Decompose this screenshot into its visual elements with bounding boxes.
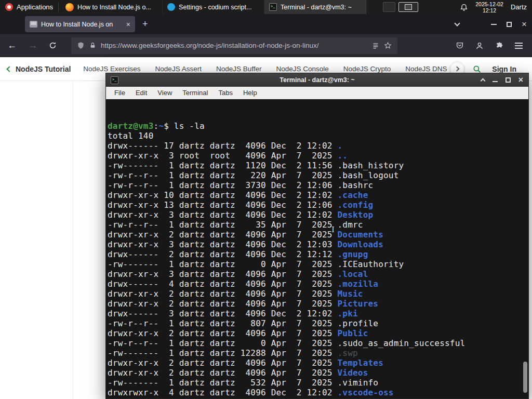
terminal-titlebar[interactable]: Terminal - dartz@vm3: ~ ×	[106, 73, 528, 87]
ls-row: drwxr-xr-x 2 dartz dartz 4096 Apr 7 2025…	[108, 289, 521, 299]
ls-row: drwxr-xr-x 3 dartz dartz 4096 Dec 2 12:0…	[108, 210, 521, 220]
window-controls: ×	[455, 14, 527, 34]
tab-title: How to Install Node.js on	[41, 21, 123, 28]
ls-row: drwx------ 3 dartz dartz 4096 Dec 2 12:0…	[108, 309, 521, 318]
terminal-scrollbar-thumb[interactable]	[523, 362, 527, 393]
forward-button[interactable]: →	[28, 40, 37, 51]
terminal-menu-view[interactable]: View	[152, 89, 177, 97]
ls-row: drwxrwxr-x 4 dartz dartz 4096 Dec 2 12:0…	[108, 388, 521, 397]
browser-tab-bar: How to Install Node.js on × + ×	[0, 14, 532, 34]
tutorial-back-link[interactable]: NodeJS Tutorial	[7, 65, 71, 73]
pocket-icon[interactable]	[456, 42, 464, 50]
new-tab-button[interactable]: +	[137, 19, 153, 30]
ls-row: drwxr-xr-x 10 dartz dartz 4096 Dec 2 12:…	[108, 190, 521, 200]
taskbar-button-codium[interactable]: Settings - codium script...	[163, 0, 264, 14]
terminal-menu-tabs[interactable]: Tabs	[213, 89, 237, 97]
terminal-menu-file[interactable]: File	[109, 89, 130, 97]
ls-row: drwxr-xr-x 2 dartz dartz 4096 Apr 7 2025…	[108, 368, 521, 378]
taskbar-button-label: Terminal - dartz@vm3: ~	[281, 4, 352, 11]
taskbar-window-buttons: How to Install Node.js o...Settings - co…	[61, 0, 366, 14]
toolbar-right-icons	[456, 42, 525, 50]
padlock-icon[interactable]	[89, 42, 96, 49]
terminal-lines: dartz@vm3:~$ ls -latotal 140drwx------ 1…	[108, 121, 521, 398]
ls-row: drwxr-xr-x 2 dartz dartz 4096 Apr 7 2025…	[108, 328, 521, 338]
ls-row: drwxr-xr-x 3 dartz dartz 4096 Apr 7 2025…	[108, 269, 521, 279]
window-close-button[interactable]: ×	[522, 20, 527, 29]
clock-time: 12:12	[475, 7, 503, 14]
menu-button[interactable]	[515, 45, 523, 46]
terminal-prompt-line: dartz@vm3:~$ ls -la	[108, 121, 521, 131]
ls-row: drwx------ 2 dartz dartz 4096 Dec 2 12:1…	[108, 249, 521, 259]
mouse-text-cursor: I	[331, 225, 335, 235]
taskbar-button-label: How to Install Node.js o...	[77, 4, 151, 11]
ls-row: drwxr-xr-x 2 dartz dartz 4096 Apr 7 2025…	[108, 230, 521, 240]
applications-label: Applications	[17, 3, 53, 11]
bookmark-star-icon[interactable]	[384, 42, 392, 49]
ls-row: -rw------- 1 dartz dartz 1120 Dec 2 11:5…	[108, 161, 521, 170]
terminal-shade-button[interactable]	[480, 78, 485, 84]
ls-row: drwxr-xr-x 13 dartz dartz 4096 Dec 2 12:…	[108, 200, 521, 210]
workspace-2-active[interactable]	[398, 2, 418, 12]
browser-tab[interactable]: How to Install Node.js on ×	[25, 16, 135, 32]
window-minimize-button[interactable]	[491, 24, 497, 25]
notifications-bell-icon[interactable]	[460, 3, 468, 11]
extensions-icon[interactable]	[495, 42, 503, 50]
ls-row: drwxr-xr-x 2 dartz dartz 4096 Apr 7 2025…	[108, 299, 521, 309]
taskbar-button-firefox[interactable]: How to Install Node.js o...	[61, 0, 163, 14]
applications-menu-button[interactable]: Applications	[0, 0, 58, 14]
site-nav-links: NodeJS ExercisesNodeJS AssertNodeJS Buff…	[83, 65, 450, 73]
account-icon[interactable]	[475, 42, 484, 50]
ls-row: -rw------- 1 dartz dartz 12288 Apr 7 202…	[108, 348, 521, 358]
reload-button[interactable]	[49, 42, 57, 49]
site-nav-link[interactable]: NodeJS Assert	[155, 65, 202, 73]
user-menu[interactable]: Dartz	[511, 3, 527, 11]
sign-in-button[interactable]: Sign In	[492, 65, 516, 73]
panel-separator	[58, 3, 59, 12]
clock-date: 2025-12-02	[475, 1, 503, 7]
list-all-tabs-chevron-icon[interactable]	[454, 20, 460, 26]
terminal-total-line: total 140	[108, 131, 521, 141]
back-button[interactable]: ←	[7, 40, 17, 51]
taskbar-button-terminal[interactable]: Terminal - dartz@vm3: ~	[264, 0, 366, 14]
url-text[interactable]: https://www.geeksforgeeks.org/node-js/in…	[101, 42, 367, 49]
ls-row: drwxr-xr-x 3 root root 4096 Apr 7 2025 .…	[108, 151, 521, 161]
terminal-output[interactable]: dartz@vm3:~$ ls -latotal 140drwx------ 1…	[106, 99, 528, 398]
workspace-1[interactable]	[383, 2, 395, 12]
terminal-menu-help[interactable]: Help	[238, 89, 262, 97]
terminal-menu-edit[interactable]: Edit	[130, 89, 152, 97]
ls-row: -rw------- 1 dartz dartz 532 Apr 7 2025 …	[108, 378, 521, 388]
browser-toolbar: ← → https://www.geeksforgeeks.org/node-j…	[0, 34, 532, 57]
reader-mode-icon[interactable]	[372, 42, 379, 49]
terminal-window: Terminal - dartz@vm3: ~ × FileEditViewTe…	[105, 73, 529, 399]
firefox-icon	[65, 3, 74, 11]
terminal-menubar: FileEditViewTerminalTabsHelp	[106, 87, 528, 99]
window-maximize-button[interactable]	[507, 22, 512, 27]
top-panel: Applications How to Install Node.js o...…	[0, 0, 532, 14]
terminal-menu-terminal[interactable]: Terminal	[177, 89, 213, 97]
taskbar-button-label: Settings - codium script...	[179, 4, 251, 11]
workspace-switcher[interactable]	[383, 2, 418, 12]
chevron-right-icon	[454, 66, 459, 72]
site-nav-link[interactable]: NodeJS Exercises	[83, 65, 140, 73]
sidebar-divider	[73, 81, 73, 399]
terminal-maximize-button[interactable]	[506, 77, 511, 83]
ls-row: -rw-r--r-- 1 dartz dartz 220 Apr 7 2025 …	[108, 170, 521, 180]
terminal-minimize-button[interactable]	[493, 81, 498, 82]
ls-row: -rw-r--r-- 1 dartz dartz 35 Apr 7 2025 .…	[108, 220, 521, 230]
terminal-icon	[269, 3, 277, 11]
site-nav-link[interactable]: NodeJS Console	[276, 65, 328, 73]
search-icon[interactable]	[472, 64, 482, 74]
site-nav-link[interactable]: NodeJS Buffer	[216, 65, 262, 73]
ls-row: -rw-r--r-- 1 dartz dartz 3730 Dec 2 12:0…	[108, 180, 521, 190]
tab-close-icon[interactable]: ×	[126, 20, 130, 29]
ls-row: drwxr-xr-x 2 dartz dartz 4096 Apr 7 2025…	[108, 358, 521, 368]
url-bar[interactable]: https://www.geeksforgeeks.org/node-js/in…	[71, 37, 397, 54]
site-nav-link[interactable]: NodeJS Crypto	[343, 65, 391, 73]
tracking-protection-shield-icon[interactable]	[77, 42, 85, 49]
clock[interactable]: 2025-12-02 12:12	[475, 1, 503, 14]
site-nav-link[interactable]: NodeJS DNS	[405, 65, 447, 73]
tutorial-back-label: NodeJS Tutorial	[16, 65, 71, 73]
ls-row: drwx------ 4 dartz dartz 4096 Apr 7 2025…	[108, 279, 521, 289]
terminal-close-button[interactable]: ×	[518, 76, 523, 84]
terminal-title: Terminal - dartz@vm3: ~	[106, 76, 528, 84]
